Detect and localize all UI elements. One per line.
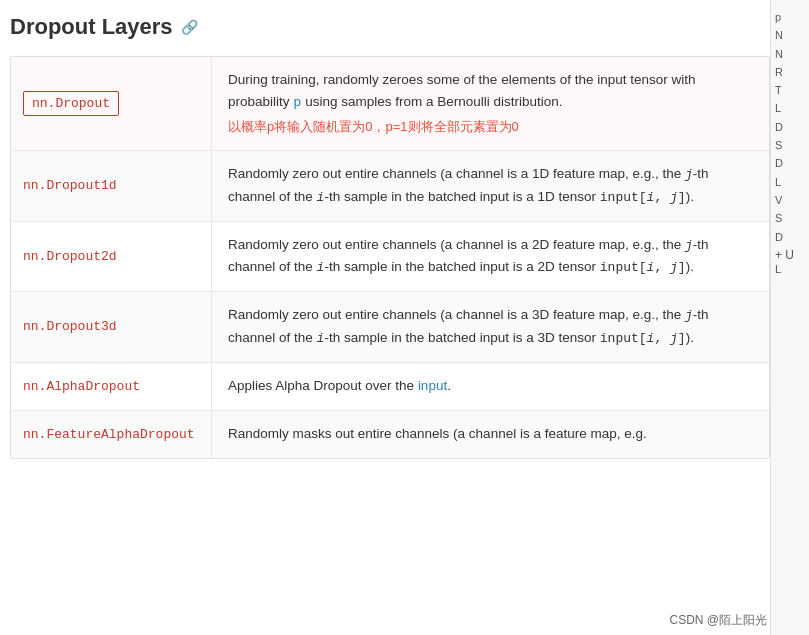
desc-text: Randomly masks out entire channels (a ch… [228,426,647,441]
dropout-table: nn.Dropout During training, randomly zer… [10,56,770,459]
nn-dropout-link[interactable]: nn.Dropout [23,91,119,116]
nn-dropout3d-link[interactable]: nn.Dropout3d [23,319,117,334]
desc-text: Applies Alpha Dropout over the input. [228,378,451,393]
nn-dropout2d-link[interactable]: nn.Dropout2d [23,249,117,264]
nn-alphadropout-link[interactable]: nn.AlphaDropout [23,379,140,394]
desc-cell: Randomly zero out entire channels (a cha… [211,222,769,292]
watermark: CSDN @陌上阳光 [669,612,767,629]
desc-cell: Randomly zero out entire channels (a cha… [211,151,769,221]
desc-text: Randomly zero out entire channels (a cha… [228,237,709,275]
table-row: nn.AlphaDropout Applies Alpha Dropout ov… [11,363,769,411]
desc-text: Randomly zero out entire channels (a cha… [228,307,709,345]
nn-dropout1d-link[interactable]: nn.Dropout1d [23,178,117,193]
class-name-cell: nn.Dropout1d [11,151,211,221]
class-name-cell: nn.AlphaDropout [11,363,211,410]
page-title: Dropout Layers 🔗 [10,10,770,40]
sidebar-item[interactable]: L [775,262,805,276]
sidebar-item[interactable]: L [775,175,805,189]
chinese-note: 以概率p将输入随机置为0，p=1则将全部元素置为0 [228,117,753,138]
table-row: nn.Dropout During training, randomly zer… [11,57,769,151]
sidebar-item[interactable]: D [775,230,805,244]
sidebar-item[interactable]: N [775,28,805,42]
nn-featurealphadropout-link[interactable]: nn.FeatureAlphaDropout [23,427,195,442]
sidebar-item[interactable]: R [775,65,805,79]
desc-text-2: using samples from a Bernoulli distribut… [301,94,562,109]
desc-cell: Randomly zero out entire channels (a cha… [211,292,769,362]
desc-text: Randomly zero out entire channels (a cha… [228,166,709,204]
sidebar: p N N R T L D S D L V S D + U L [770,0,809,635]
title-text: Dropout Layers [10,14,173,40]
table-row: nn.Dropout3d Randomly zero out entire ch… [11,292,769,363]
input-link[interactable]: input [418,378,447,393]
table-row: nn.Dropout2d Randomly zero out entire ch… [11,222,769,293]
sidebar-item[interactable]: T [775,83,805,97]
sidebar-item[interactable]: V [775,193,805,207]
sidebar-item[interactable]: D [775,120,805,134]
class-name-cell: nn.Dropout2d [11,222,211,292]
plus-icon[interactable]: + U [775,248,805,262]
table-row: nn.FeatureAlphaDropout Randomly masks ou… [11,411,769,458]
sidebar-item[interactable]: L [775,101,805,115]
sidebar-item[interactable]: N [775,47,805,61]
table-row: nn.Dropout1d Randomly zero out entire ch… [11,151,769,222]
anchor-icon[interactable]: 🔗 [181,19,198,35]
desc-cell: During training, randomly zeroes some of… [211,57,769,150]
sidebar-item[interactable]: S [775,211,805,225]
desc-cell: Randomly masks out entire channels (a ch… [211,411,769,458]
sidebar-item[interactable]: p [775,10,805,24]
desc-cell: Applies Alpha Dropout over the input. [211,363,769,410]
class-name-cell: nn.Dropout [11,57,211,150]
class-name-cell: nn.FeatureAlphaDropout [11,411,211,458]
sidebar-item[interactable]: D [775,156,805,170]
watermark-text: CSDN @陌上阳光 [669,613,767,627]
class-name-cell: nn.Dropout3d [11,292,211,362]
sidebar-item[interactable]: S [775,138,805,152]
